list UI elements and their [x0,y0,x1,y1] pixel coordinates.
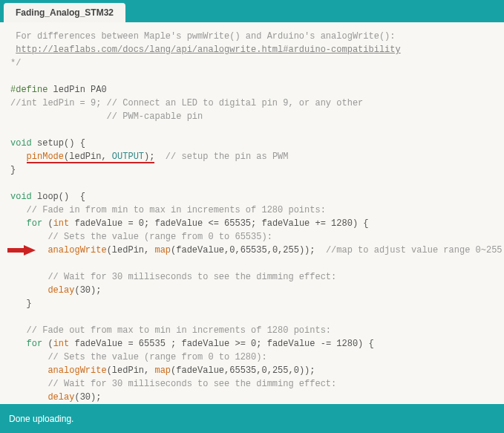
comment-line: // setup the pin as PWM [154,152,288,162]
text: (fadeValue,0,65535,0,255)); [171,245,315,255]
func-analogwrite: analogWrite [48,365,106,376]
func-delay: delay [48,392,74,403]
brace-close: } [10,165,16,175]
func-setup: setup [32,138,64,149]
paren-brace: () { [59,192,85,202]
tab-fading-analog[interactable]: Fading_Analog_STM32 [4,3,125,22]
text: (ledPin, [107,245,155,255]
text: (fadeValue,65535,0,255,0)); [171,365,315,376]
for-out-expr: fadeValue = 65535 ; fadeValue >= 0; fade… [69,339,373,349]
brace-close: } [10,299,32,309]
func-delay: delay [48,285,74,296]
keyword-void: void [10,192,32,202]
comment-line: // Fade out from max to min in increment… [10,325,331,336]
comment-line: // Wait for 30 milliseconds to see the d… [10,379,336,389]
code-editor[interactable]: For differences between Maple's pwmWrite… [0,22,504,404]
comment-line: // Fade in from min to max in increments… [10,205,326,215]
text: ( [42,339,53,349]
func-map: map [154,245,171,255]
text: ); [144,152,154,162]
keyword-for: for [27,339,43,349]
text: (30); [74,392,101,403]
comment-line: // Sets the value (range from 0 to 1280)… [10,352,267,362]
type-int: int [53,339,70,349]
status-message: Done uploading. [9,414,73,424]
define-rest: ledPin PA0 [48,85,106,95]
comment-line: // Sets the value (range from 0 to 65535… [10,232,272,242]
comment-line: //int ledPin = 9; // Connect an LED to d… [10,98,363,108]
const-output: OUTPUT [112,152,144,162]
status-bar: Done uploading. [0,404,504,433]
func-loop: loop [32,192,59,202]
comment-close: */ [10,58,21,68]
paren-brace: () { [64,138,85,149]
comment-line: //map to adjust value range 0~255 [315,245,503,255]
code-content: For differences between Maple's pwmWrite… [10,30,494,404]
func-pinmode: pinMode [27,152,64,162]
keyword-void: void [10,138,32,149]
text: (ledPin, [107,365,155,376]
type-int: int [53,218,70,229]
for-in-expr: fadeValue = 0; fadeValue <= 65535; fadeV… [69,218,368,229]
func-map: map [154,365,171,376]
keyword-for: for [27,218,43,229]
doc-url-link[interactable]: http://leaflabs.com/docs/lang/api/analog… [16,45,400,55]
arrow-annotation-icon [7,245,36,255]
define-keyword: #define [10,85,48,95]
text: (ledPin, [64,152,112,162]
text: ( [42,218,53,229]
tab-bar: Fading_Analog_STM32 [0,0,504,22]
text: (30); [74,285,101,296]
comment-line: // Wait for 30 milliseconds to see the d… [10,272,336,282]
comment-line: For differences between Maple's pwmWrite… [10,31,395,42]
func-analogwrite: analogWrite [48,245,106,255]
comment-line: // PWM-capable pin [10,111,203,122]
svg-marker-0 [7,245,36,255]
